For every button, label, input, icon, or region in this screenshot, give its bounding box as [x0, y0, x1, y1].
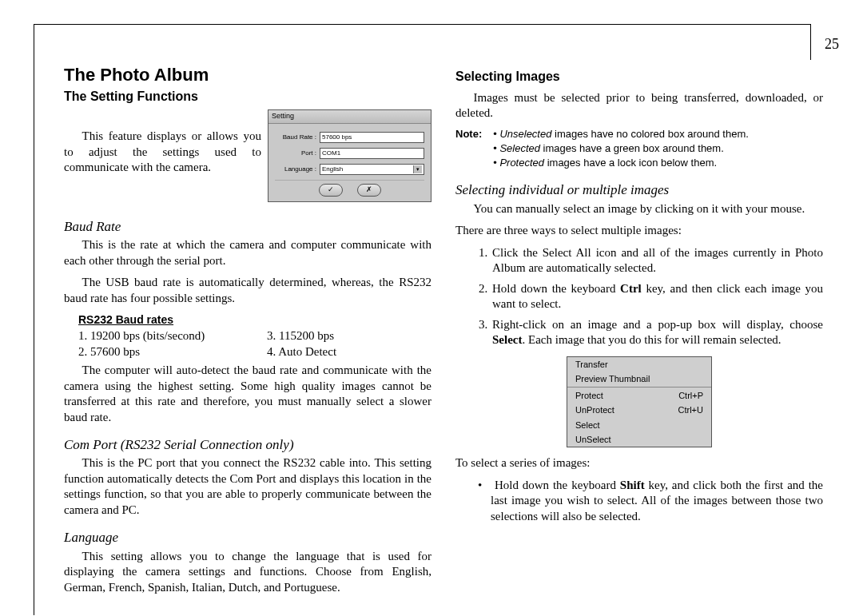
- note-body: • Unselected images have no colored box …: [493, 128, 823, 171]
- baud-rate-table: 1. 19200 bps (bits/second) 3. 115200 bps…: [78, 328, 432, 360]
- series-list: Hold down the keyboard Shift key, and cl…: [455, 478, 823, 525]
- menu-item-protect[interactable]: ProtectCtrl+P: [567, 388, 711, 403]
- select-methods-list: Click the Select All icon and all of the…: [455, 245, 823, 348]
- note-1-em: Unselected: [499, 128, 551, 140]
- baud-cell-1: 1. 19200 bps (bits/second): [78, 328, 243, 344]
- li3-post: . Each image that you do this for will r…: [522, 333, 781, 346]
- note-block: Note: • Unselected images have no colore…: [455, 128, 823, 171]
- menu-label: Preview Thumbnail: [575, 373, 650, 384]
- baud-p2: The USB baud rate is automatically deter…: [64, 275, 432, 306]
- baud-cell-2: 2. 57600 bps: [78, 344, 243, 360]
- baud-rate-label: Baud Rate :: [275, 133, 316, 141]
- context-menu-figure: Transfer Preview Thumbnail ProtectCtrl+P…: [567, 356, 712, 448]
- page-number: 25: [825, 36, 839, 53]
- menu-label: UnProtect: [575, 404, 614, 415]
- baud-rate-value: 57600 bps: [322, 133, 352, 141]
- port-field[interactable]: COM1: [320, 148, 424, 159]
- crop-mark-top: [34, 24, 811, 25]
- menu-item-transfer[interactable]: Transfer: [567, 357, 711, 372]
- baud-rate-heading: Baud Rate: [64, 218, 432, 236]
- com-port-p1: This is the PC port that you connect the…: [64, 455, 432, 518]
- menu-shortcut: Ctrl+U: [678, 404, 703, 415]
- li3-pre: Right-click on an image and a pop-up box…: [492, 318, 823, 331]
- note-2-em: Selected: [499, 142, 540, 154]
- menu-label: UnSelect: [575, 434, 611, 445]
- menu-item-unprotect[interactable]: UnProtectCtrl+U: [567, 403, 711, 417]
- crop-mark-right: [810, 24, 811, 60]
- series-pre: Hold down the keyboard: [495, 479, 620, 491]
- selecting-images-heading: Selecting Images: [455, 69, 823, 85]
- settings-dialog-figure: Setting Baud Rate : 57600 bps Port : COM…: [268, 109, 432, 202]
- menu-item-preview[interactable]: Preview Thumbnail: [567, 372, 711, 386]
- menu-item-select[interactable]: Select: [567, 418, 711, 432]
- language-dropdown[interactable]: English ▾: [320, 164, 424, 175]
- language-value: English: [322, 165, 343, 173]
- chevron-down-icon[interactable]: ▾: [413, 165, 422, 173]
- note-3-em: Protected: [499, 157, 544, 169]
- manual-page: 25 The Photo Album The Setting Functions…: [0, 0, 863, 616]
- ok-button[interactable]: ✓: [319, 184, 343, 197]
- section-title: The Photo Album: [64, 64, 432, 87]
- li2-pre: Hold down the keyboard: [492, 282, 620, 295]
- menu-label: Protect: [575, 390, 603, 401]
- select-method-1: Click the Select All icon and all of the…: [491, 245, 823, 276]
- li2-key: Ctrl: [620, 282, 642, 295]
- menu-item-unselect[interactable]: UnSelect: [567, 432, 711, 447]
- right-column: Selecting Images Images must be selected…: [455, 64, 823, 608]
- menu-separator: [567, 387, 711, 387]
- baud-cell-4: 4. Auto Detect: [267, 344, 432, 360]
- language-heading: Language: [64, 529, 432, 546]
- section-subtitle: The Setting Functions: [64, 89, 432, 105]
- series-item: Hold down the keyboard Shift key, and cl…: [491, 478, 823, 525]
- com-port-heading: Com Port (RS232 Serial Connection only): [64, 436, 432, 454]
- port-value: COM1: [322, 149, 340, 157]
- li3-key: Select: [492, 333, 522, 346]
- series-intro: To select a series of images:: [455, 455, 823, 471]
- cancel-button[interactable]: ✗: [357, 184, 381, 197]
- menu-shortcut: Ctrl+P: [678, 390, 703, 401]
- note-1-text: images have no colored box around them.: [551, 128, 748, 140]
- selecting-intro: Images must be selected prior to being t…: [455, 90, 823, 121]
- baud-p3: The computer will auto-detect the baud r…: [64, 363, 432, 425]
- series-key: Shift: [620, 479, 645, 491]
- note-label: Note:: [455, 128, 482, 171]
- baud-rate-field[interactable]: 57600 bps: [320, 132, 424, 143]
- content-columns: The Photo Album The Setting Functions Se…: [64, 64, 823, 608]
- baud-cell-3: 3. 115200 bps: [267, 328, 432, 344]
- settings-dialog: Setting Baud Rate : 57600 bps Port : COM…: [268, 109, 432, 202]
- menu-label: Transfer: [575, 359, 608, 370]
- dialog-titlebar: Setting: [268, 110, 431, 124]
- baud-p1: This is the rate at which the camera and…: [64, 237, 432, 268]
- language-p1: This setting allows you to change the la…: [64, 549, 432, 596]
- menu-label: Select: [575, 419, 600, 431]
- select-method-2: Hold down the keyboard Ctrl key, and the…: [491, 281, 823, 312]
- select-p2: There are three ways to select multiple …: [455, 223, 823, 239]
- select-individual-heading: Selecting individual or multiple images: [455, 181, 823, 199]
- note-3-text: images have a lock icon below them.: [544, 157, 717, 169]
- baud-table-heading: RS232 Baud rates: [78, 312, 432, 327]
- crop-mark-left: [34, 24, 34, 615]
- language-label: Language :: [275, 165, 316, 173]
- dialog-body: Baud Rate : 57600 bps Port : COM1: [268, 124, 431, 201]
- select-p1: You can manually select an image by clic…: [455, 201, 823, 217]
- port-label: Port :: [275, 149, 316, 157]
- select-method-3: Right-click on an image and a pop-up box…: [491, 317, 823, 348]
- left-column: The Photo Album The Setting Functions Se…: [64, 64, 432, 608]
- note-2-text: images have a green box around them.: [540, 142, 724, 154]
